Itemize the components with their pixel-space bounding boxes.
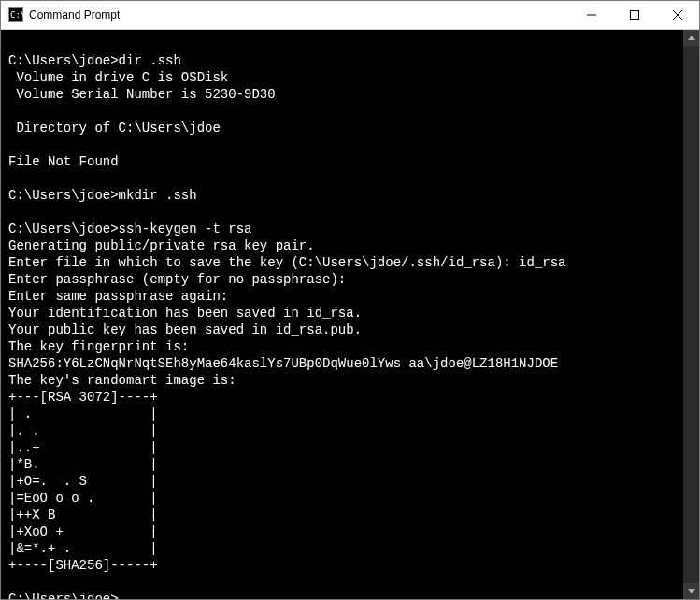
command-prompt-window: C:\ Command Prompt C:\Users\jdoe>dir .ss…: [0, 0, 700, 600]
client-area: C:\Users\jdoe>dir .ssh Volume in drive C…: [1, 30, 699, 599]
maximize-button[interactable]: [613, 1, 656, 29]
cmd-icon: C:\: [8, 7, 23, 22]
vertical-scrollbar[interactable]: [683, 30, 699, 599]
terminal-output[interactable]: C:\Users\jdoe>dir .ssh Volume in drive C…: [1, 30, 683, 599]
svg-rect-4: [631, 11, 639, 20]
scroll-up-button[interactable]: [683, 30, 699, 46]
scroll-down-button[interactable]: [683, 583, 699, 599]
minimize-button[interactable]: [570, 1, 613, 29]
close-button[interactable]: [656, 1, 699, 29]
window-title: Command Prompt: [29, 8, 120, 21]
svg-text:C:\: C:\: [10, 10, 23, 20]
titlebar[interactable]: C:\ Command Prompt: [1, 1, 699, 30]
